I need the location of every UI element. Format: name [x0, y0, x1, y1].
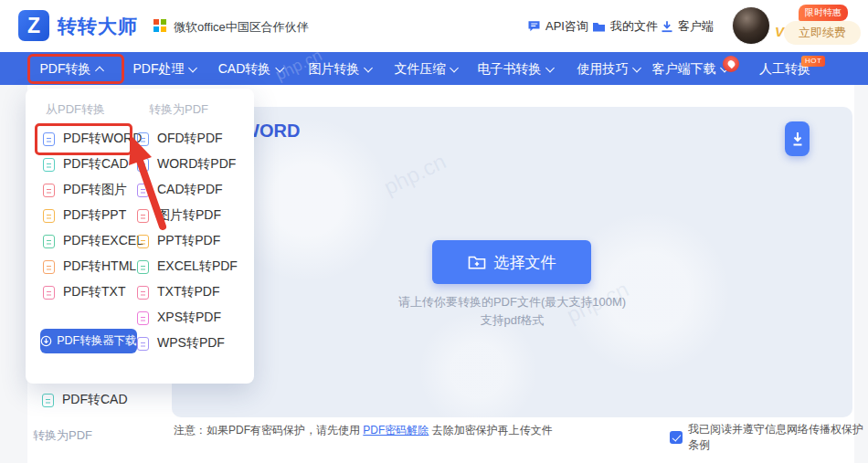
sidebar-item-label: PDF转CAD [62, 392, 128, 408]
api-consult-link[interactable]: API咨询 [527, 18, 588, 35]
pdf-convert-dropdown: 从PDF转换 转换为PDF PDF转WORD PDF转CAD PDF转图片 PD… [26, 89, 254, 384]
client-download-float-icon[interactable] [785, 121, 810, 156]
menu-item-word-to-pdf[interactable]: WORD转PDF [137, 152, 238, 177]
pdf-password-remove-link[interactable]: PDF密码解除 [363, 424, 429, 437]
my-files-label: 我的文件 [610, 18, 658, 35]
doc-icon [43, 209, 55, 223]
menu-item-ofd-to-pdf[interactable]: OFD转PDF [137, 126, 238, 152]
folder-icon [592, 21, 606, 33]
menu-item-xps-to-pdf[interactable]: XPS转PDF [137, 305, 238, 331]
menu-item-cad-to-pdf[interactable]: CAD转PDF [137, 177, 238, 203]
upload-hint-line1: 请上传你要转换的PDF文件(最大支持100M) [172, 294, 852, 310]
hot-badge: HOT [801, 56, 825, 67]
pdf-converter-download-button[interactable]: PDF转换器下载 [40, 329, 137, 353]
doc-icon [137, 311, 149, 325]
doc-icon [137, 260, 149, 274]
nav-item-client-download[interactable]: 客户端下载 [652, 52, 728, 85]
doc-icon [137, 235, 149, 248]
menu-item-pdf-to-excel[interactable]: PDF转EXCEL [43, 228, 143, 254]
menu-item-wps-to-pdf[interactable]: WPS转PDF [137, 331, 238, 356]
select-file-button[interactable]: 选择文件 [432, 240, 591, 284]
doc-icon [43, 286, 55, 300]
menu-item-txt-to-pdf[interactable]: TXT转PDF [137, 279, 238, 305]
doc-icon [42, 394, 54, 407]
doc-icon [43, 158, 55, 172]
doc-icon [43, 184, 55, 197]
doc-icon [43, 260, 55, 274]
client-label: 客户端 [678, 18, 714, 35]
chevron-down-icon [364, 64, 373, 73]
menu-item-pdf-to-word[interactable]: PDF转WORD [43, 126, 143, 152]
doc-icon [137, 184, 149, 197]
partner-text: 微软office中国区合作伙伴 [174, 19, 309, 36]
agreement-checkbox[interactable] [670, 431, 683, 444]
cloud-download-icon [40, 335, 52, 347]
api-consult-label: API咨询 [545, 18, 588, 35]
nav-item-pdf-convert[interactable]: PDF转换 [40, 52, 103, 85]
download-icon [661, 20, 673, 33]
client-link[interactable]: 客户端 [661, 18, 714, 35]
chevron-down-icon [188, 64, 197, 73]
upload-hint-line2: 支持pdf格式 [172, 312, 852, 329]
vip-icon: V [775, 24, 784, 39]
microsoft-logo-icon [153, 19, 166, 32]
dropdown-col1: PDF转WORD PDF转CAD PDF转图片 PDF转PPT PDF转EXCE… [43, 126, 143, 305]
doc-icon [43, 235, 55, 248]
my-files-link[interactable]: 我的文件 [592, 18, 658, 35]
doc-icon [43, 132, 55, 146]
folder-plus-icon [468, 255, 486, 270]
brand-name[interactable]: 转转大师 [58, 14, 138, 39]
renew-button[interactable]: 立即续费 [784, 21, 861, 45]
doc-icon [137, 337, 149, 351]
chevron-down-icon [545, 64, 555, 73]
doc-icon [137, 158, 149, 172]
chevron-up-icon [95, 67, 104, 76]
password-note: 注意：如果PDF有密码保护，请先使用 PDF密码解除 去除加密保护再上传文件 [174, 423, 553, 438]
promo-badge: 限时特惠 [799, 5, 848, 21]
menu-item-image-to-pdf[interactable]: 图片转PDF [137, 203, 238, 228]
top-header: Z 转转大师 微软office中国区合作伙伴 API咨询 我的文件 客户端 立即… [0, 0, 868, 52]
nav-item-pdf-process[interactable]: PDF处理 [133, 52, 196, 85]
dropdown-col2-header: 转换为PDF [149, 101, 208, 118]
sidebar-item-pdf-to-cad[interactable]: PDF转CAD [42, 392, 128, 408]
chevron-down-icon [632, 64, 641, 73]
watermark: php.cn [380, 149, 450, 201]
brand-logo-icon[interactable]: Z [18, 10, 49, 41]
menu-item-pdf-to-image[interactable]: PDF转图片 [43, 177, 143, 203]
main-nav: php.cn PDF转换 PDF处理 CAD转换 图片转换 文件压缩 电子书转换… [0, 52, 868, 85]
fire-icon [723, 56, 739, 72]
doc-icon [137, 132, 149, 146]
agreement-row: 我已阅读并遵守信息网络传播权保护条例 [670, 422, 868, 453]
sidebar-section-header: 转换为PDF [33, 427, 92, 444]
menu-item-pdf-to-txt[interactable]: PDF转TXT [43, 279, 143, 305]
nav-item-ebook-convert[interactable]: 电子书转换 [478, 52, 554, 85]
dropdown-col2: OFD转PDF WORD转PDF CAD转PDF 图片转PDF PPT转PDF … [137, 126, 238, 356]
doc-icon [137, 209, 149, 223]
agreement-label: 我已阅读并遵守信息网络传播权保护条例 [688, 422, 868, 453]
select-file-label: 选择文件 [494, 252, 556, 273]
menu-item-pdf-to-ppt[interactable]: PDF转PPT [43, 203, 143, 228]
dropdown-col1-header: 从PDF转换 [46, 101, 105, 118]
chat-icon [527, 20, 541, 33]
user-avatar[interactable] [732, 6, 770, 45]
nav-item-tips[interactable]: 使用技巧 [577, 52, 640, 85]
menu-item-excel-to-pdf[interactable]: EXCEL转PDF [137, 254, 238, 279]
doc-icon [137, 286, 149, 300]
nav-item-file-compress[interactable]: 文件压缩 [395, 52, 458, 85]
menu-item-ppt-to-pdf[interactable]: PPT转PDF [137, 228, 238, 254]
menu-item-pdf-to-html[interactable]: PDF转HTML [43, 254, 143, 279]
menu-item-pdf-to-cad[interactable]: PDF转CAD [43, 152, 143, 177]
chevron-down-icon [450, 64, 459, 73]
